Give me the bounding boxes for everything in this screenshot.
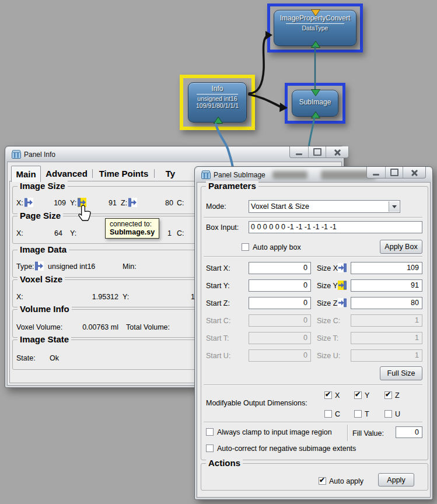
page-size-x-label: X: [16, 229, 23, 237]
mode-value: Voxel Start & Size [251, 202, 309, 211]
close-button[interactable] [326, 146, 348, 158]
tab-separator [154, 169, 155, 178]
full-size-button[interactable]: Full Size [380, 366, 422, 380]
maximize-icon [390, 169, 398, 176]
image-data-min-label: Min: [123, 262, 137, 271]
image-state-label: State: [16, 354, 36, 362]
connector-out-icon-type[interactable] [35, 261, 44, 271]
vertical-separator [347, 425, 348, 441]
voxel-size-x-value: 1.95312 [72, 293, 118, 301]
size-z-field[interactable]: 80 [351, 297, 422, 309]
auto-apply-box-checkbox[interactable] [242, 243, 249, 251]
start-y-value: 0 [303, 281, 307, 289]
start-x-field[interactable]: 0 [249, 262, 311, 274]
minimize-icon [296, 153, 302, 155]
apply-button[interactable]: Apply [378, 473, 414, 487]
maximize-button[interactable] [309, 146, 326, 158]
auto-correct-checkbox[interactable] [206, 444, 214, 452]
auto-correct-label: Auto-correct for negative subimage exten… [217, 444, 356, 453]
box-input-label: Box Input: [206, 223, 239, 232]
start-z-label: Start Z: [206, 299, 230, 307]
apply-box-button[interactable]: Apply Box [380, 240, 422, 254]
window-panel-subimage[interactable]: Panel SubImage Parameters Mode: Voxel St… [194, 166, 433, 500]
group-image-state-title: Image State [18, 334, 71, 344]
close-button[interactable] [403, 167, 425, 178]
panel-subimage-title: Panel SubImage [214, 171, 265, 179]
connector-out-icon-x[interactable] [25, 198, 33, 207]
start-u-value: 0 [303, 351, 307, 359]
dim-u-checkbox[interactable] [384, 410, 392, 418]
page-size-x-value: 64 [39, 229, 62, 237]
group-image-size-title: Image Size [18, 181, 68, 191]
tab-main-label: Main [16, 169, 36, 179]
fill-value-field[interactable]: 0 [396, 426, 422, 438]
size-u-label: Size U: [317, 352, 340, 360]
size-x-field[interactable]: 109 [351, 262, 422, 274]
dim-t-checkbox[interactable] [354, 410, 362, 418]
image-data-type-value: unsigned int16 [48, 262, 95, 271]
size-z-label: Size Z: [317, 299, 340, 307]
size-t-field: 1 [351, 332, 422, 344]
dim-y-label: Y [365, 391, 369, 400]
dim-x-checkbox[interactable] [324, 391, 332, 399]
start-t-value: 0 [303, 334, 307, 342]
page-size-c-label: C: [177, 229, 184, 237]
auto-apply-checkbox[interactable] [319, 477, 326, 485]
always-clamp-label: Always clamp to input image region [217, 428, 332, 436]
tab-time-points[interactable]: Time Points [97, 166, 151, 181]
dim-t-label: T [365, 410, 369, 418]
connector-in-icon-size-y-highlighted[interactable] [338, 281, 347, 290]
mode-combobox[interactable]: Voxel Start & Size [249, 200, 400, 213]
size-x-label: Size X: [317, 264, 340, 272]
panel-subimage-caption-buttons [366, 167, 426, 178]
panel-icon [201, 170, 211, 179]
tab-ty[interactable]: Ty [159, 166, 182, 181]
combobox-dropdown-button[interactable] [389, 201, 399, 212]
size-x-value: 109 [407, 264, 419, 272]
size-c-value: 1 [415, 316, 419, 324]
size-y-field[interactable]: 91 [351, 279, 422, 292]
tab-separator [92, 169, 93, 178]
size-c-label: Size C: [317, 317, 340, 325]
box-input-value: 0 0 0 0 0 0 -1 -1 -1 -1 -1 -1 [251, 223, 337, 231]
tab-time-points-label: Time Points [99, 169, 149, 178]
maximize-icon [313, 148, 321, 156]
close-icon [411, 169, 418, 176]
panel-icon [12, 150, 21, 159]
tab-advanced-label: Advanced [46, 169, 88, 178]
mode-label: Mode: [206, 202, 226, 211]
maximize-button[interactable] [386, 167, 403, 178]
dim-z-checkbox[interactable] [384, 391, 392, 399]
group-parameters-title: Parameters [206, 181, 258, 191]
dim-x-label: X [335, 391, 340, 400]
start-y-field[interactable]: 0 [249, 279, 311, 292]
apply-box-button-label: Apply Box [384, 243, 417, 251]
always-clamp-checkbox[interactable] [206, 428, 214, 436]
connection-subimage-down [309, 117, 314, 148]
start-z-field[interactable]: 0 [249, 297, 311, 309]
connector-in-icon-size-z[interactable] [338, 298, 347, 307]
tab-advanced[interactable]: Advanced [44, 166, 89, 181]
start-c-field: 0 [249, 314, 311, 327]
size-t-label: Size T: [317, 334, 338, 342]
full-size-button-label: Full Size [387, 369, 415, 377]
start-u-label: Start U: [206, 352, 230, 360]
image-size-y-label: Y: [70, 199, 76, 207]
group-actions-title: Actions [206, 458, 243, 468]
connector-out-icon-z[interactable] [128, 198, 137, 207]
minimize-button[interactable] [290, 146, 309, 158]
tab-ty-label: Ty [166, 169, 175, 178]
dim-u-label: U [395, 410, 400, 418]
dim-c-checkbox[interactable] [324, 410, 332, 418]
size-u-value: 1 [415, 351, 419, 359]
tooltip-line1: connected to: [110, 220, 155, 228]
dim-y-checkbox[interactable] [354, 391, 362, 399]
tooltip-line2: SubImage.sy [110, 228, 155, 236]
image-size-y-value: 91 [93, 199, 117, 207]
connector-in-icon-size-x[interactable] [338, 263, 347, 272]
box-input-field[interactable]: 0 0 0 0 0 0 -1 -1 -1 -1 -1 -1 [249, 221, 422, 233]
minimize-button[interactable] [367, 167, 386, 178]
start-y-label: Start Y: [206, 282, 230, 290]
chevron-down-icon [392, 205, 397, 208]
tab-main[interactable]: Main [11, 166, 41, 182]
